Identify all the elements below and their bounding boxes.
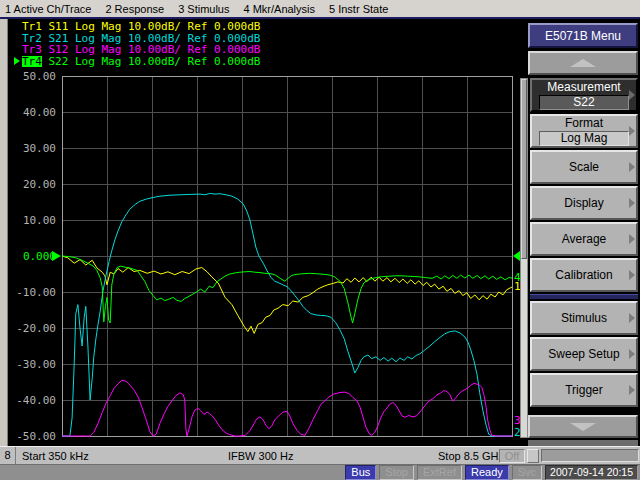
legend-trace-tr4[interactable]: Tr4 S22 Log Mag 10.00dB/ Ref 0.000dB xyxy=(14,56,260,67)
submenu-arrow-icon xyxy=(629,198,635,208)
y-axis-tick: -20.00 xyxy=(16,322,56,335)
submenu-arrow-icon xyxy=(629,126,635,136)
softkey-scale[interactable]: Scale xyxy=(530,150,638,184)
trace-legend: Tr1 S11 Log Mag 10.00dB/ Ref 0.000dBTr2 … xyxy=(14,21,260,67)
active-trace-arrow-icon xyxy=(14,57,22,66)
menu-bar: 1 Active Ch/Trace2 Response3 Stimulus4 M… xyxy=(0,0,640,19)
softkey-menu: E5071B Menu MeasurementS22FormatLog MagS… xyxy=(520,19,640,446)
y-axis-tick: -40.00 xyxy=(16,394,56,407)
active-trace-arrow-icon xyxy=(14,45,22,54)
softkey-display[interactable]: Display xyxy=(530,186,638,220)
softkey-label: Format xyxy=(565,116,603,130)
stimulus-bar: 8 Start 350 kHz IFBW 300 Hz Stop 8.5 GHz… xyxy=(0,446,640,464)
stop-frequency: Stop 8.5 GHz xyxy=(438,449,504,463)
ref-level-marker-left-icon xyxy=(52,251,61,261)
softkey-label: Sweep Setup xyxy=(548,347,619,361)
datetime: 2007-09-14 20:15 xyxy=(545,465,638,480)
channel-number: 8 xyxy=(0,447,16,464)
sunken-strip xyxy=(541,449,639,462)
menu-item-5-instr-state[interactable]: 5 Instr State xyxy=(329,3,388,15)
status-extref: ExtRef xyxy=(417,465,462,480)
main-area: 50.0040.0030.0020.0010.000.000-10.00-20.… xyxy=(0,19,640,446)
softkey-sweep-setup[interactable]: Sweep Setup xyxy=(530,337,638,371)
menu-scrollbar[interactable] xyxy=(520,78,528,438)
softkey-stimulus[interactable]: Stimulus xyxy=(530,301,638,335)
trace-settings-text: S11 Log Mag 10.00dB/ Ref 0.000dB xyxy=(42,21,261,32)
softkey-label: Display xyxy=(564,196,603,210)
status-bus: Bus xyxy=(345,465,376,480)
ref-level-marker-right-icon xyxy=(513,251,520,261)
status-bar: BusStopExtRefReadySvc2007-09-14 20:15 xyxy=(0,464,640,480)
softkey-label: Measurement xyxy=(547,80,620,94)
active-trace-arrow-icon xyxy=(14,34,22,43)
active-trace-arrow-icon xyxy=(14,22,22,31)
y-axis-tick: 20.00 xyxy=(23,178,56,191)
y-axis-tick: -10.00 xyxy=(16,286,56,299)
y-axis-tick: 40.00 xyxy=(23,106,56,119)
menu-item-3-stimulus[interactable]: 3 Stimulus xyxy=(178,3,229,15)
y-axis-tick: 30.00 xyxy=(23,142,56,155)
y-axis-tick: 0.000 xyxy=(23,250,56,263)
trace-id: Tr1 xyxy=(22,21,42,32)
menu-item-2-response[interactable]: 2 Response xyxy=(105,3,164,15)
status-ready: Ready xyxy=(465,465,509,480)
menu-item-1-active-ch-trace[interactable]: 1 Active Ch/Trace xyxy=(5,3,91,15)
trace-settings-text: S12 Log Mag 10.00dB/ Ref 0.000dB xyxy=(42,44,261,55)
softkey-format[interactable]: FormatLog Mag xyxy=(530,114,638,148)
submenu-arrow-icon xyxy=(629,349,635,359)
softkey-buttons: MeasurementS22FormatLog MagScaleDisplayA… xyxy=(530,78,638,409)
softkey-label: Average xyxy=(562,232,606,246)
start-frequency: Start 350 kHz xyxy=(22,449,89,463)
measurement-value: S22 xyxy=(539,95,629,110)
ifbw-value: IFBW 300 Hz xyxy=(228,449,293,463)
legend-trace-tr1[interactable]: Tr1 S11 Log Mag 10.00dB/ Ref 0.000dB xyxy=(14,21,260,32)
menu-scrollbar-thumb[interactable] xyxy=(521,79,527,259)
format-value: Log Mag xyxy=(539,131,629,146)
y-axis-tick: 50.00 xyxy=(23,70,56,83)
menu-item-4-mkr-analysis[interactable]: 4 Mkr/Analysis xyxy=(243,3,315,15)
plot-area: 50.0040.0030.0020.0010.000.000-10.00-20.… xyxy=(8,19,520,446)
menu-separator xyxy=(530,294,638,299)
softkey-label: Stimulus xyxy=(561,311,607,325)
y-axis-tick: -50.00 xyxy=(16,430,56,443)
softkey-label: Trigger xyxy=(565,383,603,397)
menu-scroll-down-button[interactable] xyxy=(528,415,638,438)
submenu-arrow-icon xyxy=(629,90,635,100)
submenu-arrow-icon xyxy=(629,234,635,244)
submenu-arrow-icon xyxy=(629,385,635,395)
status-stop: Stop xyxy=(379,465,414,480)
submenu-arrow-icon xyxy=(629,270,635,280)
submenu-arrow-icon xyxy=(629,313,635,323)
triangle-down-icon xyxy=(570,423,596,431)
trace-settings-text: S22 Log Mag 10.00dB/ Ref 0.000dB xyxy=(42,56,261,67)
softkey-label: Calibration xyxy=(555,268,612,282)
menu-title: E5071B Menu xyxy=(528,23,638,48)
left-frame-strip xyxy=(0,19,8,446)
trace-id: Tr4 xyxy=(22,56,42,67)
blank-indicator-box xyxy=(527,449,539,463)
triangle-up-icon xyxy=(570,59,596,67)
y-axis-tick: 10.00 xyxy=(23,214,56,227)
trace-id: Tr2 xyxy=(22,33,42,44)
softkey-measurement[interactable]: MeasurementS22 xyxy=(530,78,638,112)
legend-trace-tr2[interactable]: Tr2 S21 Log Mag 10.00dB/ Ref 0.000dB xyxy=(14,33,260,44)
softkey-calibration[interactable]: Calibration xyxy=(530,258,638,292)
legend-trace-tr3[interactable]: Tr3 S12 Log Mag 10.00dB/ Ref 0.000dB xyxy=(14,44,260,55)
trace-id: Tr3 xyxy=(22,44,42,55)
softkey-trigger[interactable]: Trigger xyxy=(530,373,638,407)
softkey-average[interactable]: Average xyxy=(530,222,638,256)
softkey-label: Scale xyxy=(569,160,599,174)
menu-scroll-up-button[interactable] xyxy=(528,51,638,75)
status-svc: Svc xyxy=(512,465,542,480)
sweep-off-indicator: Off xyxy=(499,449,525,463)
instrument-screen: 1 Active Ch/Trace2 Response3 Stimulus4 M… xyxy=(0,0,640,480)
y-axis-tick: -30.00 xyxy=(16,358,56,371)
graph-panel: 50.0040.0030.0020.0010.000.000-10.00-20.… xyxy=(8,19,520,446)
submenu-arrow-icon xyxy=(629,162,635,172)
trace-settings-text: S21 Log Mag 10.00dB/ Ref 0.000dB xyxy=(42,33,261,44)
